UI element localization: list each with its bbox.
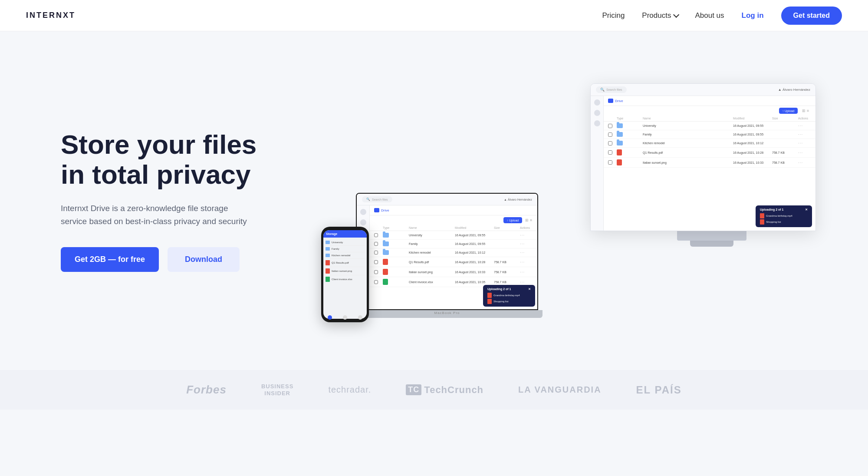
folder-icon-phone [326,254,330,257]
folder-icon [617,123,623,128]
phone-header: Storage [323,230,367,238]
drive-icon [608,99,613,103]
table-row: University 16 August 2021, 09:55 ··· [370,231,537,240]
upload-file-icon [760,219,764,225]
nav-about[interactable]: About us [695,11,724,20]
press-logo-elpais: EL PAÍS [636,384,682,396]
fm-toolbar-laptop: ↑ Upload ⊞ ≡ [370,215,537,225]
drive-icon [374,208,379,212]
press-logo-techcrunch: TC TechCrunch [406,384,483,396]
row-checkbox[interactable] [608,132,612,137]
laptop-screen: 🔍 Search files ▲ Álvaro Hernández [356,193,538,310]
fm-table-header-laptop: Type Name Modified Size Actions [370,225,537,231]
image-icon [617,159,622,165]
table-row: Family 16 August 2021, 09:55 ··· [370,240,537,248]
row-checkbox[interactable] [608,160,612,165]
upload-file-row: Shopping list [487,299,531,304]
row-actions[interactable]: ··· [520,250,533,255]
press-logo-forbes: Forbes [186,383,227,397]
phone-file-row: Kitchen remodel [326,252,365,259]
pdf-icon [383,259,388,265]
hero-buttons: Get 2GB — for free Download [61,247,295,272]
monitor-base [677,231,746,241]
view-toggle-laptop[interactable]: ⊞ ≡ [524,217,533,223]
upload-toast-laptop: Uploading 2 of 1 ✕ Grandma birthday.mp4 … [483,285,535,307]
row-checkbox[interactable] [374,270,378,274]
phone-file-row: Family [326,246,365,252]
row-actions[interactable]: ··· [798,150,811,155]
upload-file-row: Shopping list [760,219,808,225]
laptop-body [352,310,542,318]
folder-icon-phone [326,241,330,244]
row-actions[interactable]: ··· [520,280,533,284]
row-actions[interactable]: ··· [520,233,533,238]
desktop-monitor: 🔍 Search files ▲ Álvaro Hernández [590,83,833,257]
upload-file-icon [487,293,492,298]
get-2gb-button[interactable]: Get 2GB — for free [61,247,159,272]
row-checkbox[interactable] [608,124,612,128]
fm-table-header-desktop: Type Name Modified Size Actions [604,116,815,122]
fm-breadcrumb-desktop: Drive [604,96,815,106]
sidebar-icon-3 [594,120,600,126]
fm-breadcrumb-laptop: Drive [370,205,537,215]
phone-nav-dot[interactable] [343,315,347,319]
upload-file-icon [760,213,764,218]
row-checkbox[interactable] [374,280,378,284]
row-actions[interactable]: ··· [520,270,533,274]
hero-section: Store your files in total privacy Intern… [0,31,868,370]
download-button[interactable]: Download [168,247,240,272]
row-checkbox[interactable] [374,242,378,246]
mobile-phone: Storage University Family Kitchen remode… [321,227,369,322]
table-row: Kitchen remodel 16 August 2021, 10:12 ··… [604,139,815,148]
fm-topbar-laptop: 🔍 Search files ▲ Álvaro Hernández [357,194,537,205]
fm-search-laptop: 🔍 Search files [362,196,392,202]
view-toggle-desktop[interactable]: ⊞ ≡ [800,108,811,114]
search-icon-laptop: 🔍 [366,198,370,201]
user-label: ▲ Álvaro Hernández [778,88,810,92]
nav-products[interactable]: Products [642,11,677,20]
upload-file-row: Grandma birthday.mp4 [760,213,808,218]
fm-search-desktop: 🔍 Search files [596,86,627,93]
monitor-stand [690,241,733,247]
hero-illustration: 🔍 Search files ▲ Álvaro Hernández [321,75,833,327]
table-row: Q1 Results.pdf 16 August 2021, 10:28 758… [604,148,815,158]
row-checkbox[interactable] [374,260,378,264]
folder-icon [617,141,623,145]
get-started-button[interactable]: Get started [781,7,842,25]
sidebar-icon-2 [594,110,600,116]
phone-file-row: University [326,239,365,246]
row-actions[interactable]: ··· [520,241,533,246]
upload-file-row: Grandma birthday.mp4 [487,293,531,298]
upload-toast-desktop: Uploading 2 of 1 ✕ Grandma birthday.mp4 … [756,205,812,227]
row-actions[interactable]: ··· [798,132,811,137]
phone-screen: Storage University Family Kitchen remode… [323,230,367,319]
search-icon: 🔍 [600,88,605,92]
row-checkbox[interactable] [608,150,612,155]
row-checkbox[interactable] [608,141,612,145]
fm-topbar-desktop: 🔍 Search files ▲ Álvaro Hernández [591,84,815,96]
table-row: University 16 August 2021, 09:55 ··· [604,122,815,130]
table-row: Kitchen remodel 16 August 2021, 10:12 ··… [370,248,537,257]
image-icon [383,269,388,275]
laptop: 🔍 Search files ▲ Álvaro Hernández [356,193,538,318]
upload-toast-title-laptop: Uploading 2 of 1 ✕ [487,288,531,291]
xls-icon-phone [326,277,330,282]
row-actions[interactable]: ··· [798,123,811,128]
row-checkbox[interactable] [374,251,378,255]
fm-sidebar-desktop [591,96,604,231]
img-icon-phone [326,268,330,274]
row-actions[interactable]: ··· [798,160,811,165]
row-actions[interactable]: ··· [798,141,811,145]
phone-nav-dot[interactable] [328,315,332,319]
phone-nav-dot[interactable] [358,315,362,319]
row-checkbox[interactable] [374,233,378,237]
folder-icon [383,233,389,238]
press-logo-business-insider: BUSINESSINSIDER [261,383,293,397]
upload-button-desktop[interactable]: ↑ Upload [779,108,798,114]
table-row: Italian sunset.png 16 August 2021, 10:33… [604,158,815,168]
upload-button-laptop[interactable]: ↑ Upload [503,217,523,223]
login-link[interactable]: Log in [742,11,764,20]
row-actions[interactable]: ··· [520,260,533,264]
nav-pricing[interactable]: Pricing [602,11,625,20]
press-logo-techradar: techradar. [328,385,371,395]
